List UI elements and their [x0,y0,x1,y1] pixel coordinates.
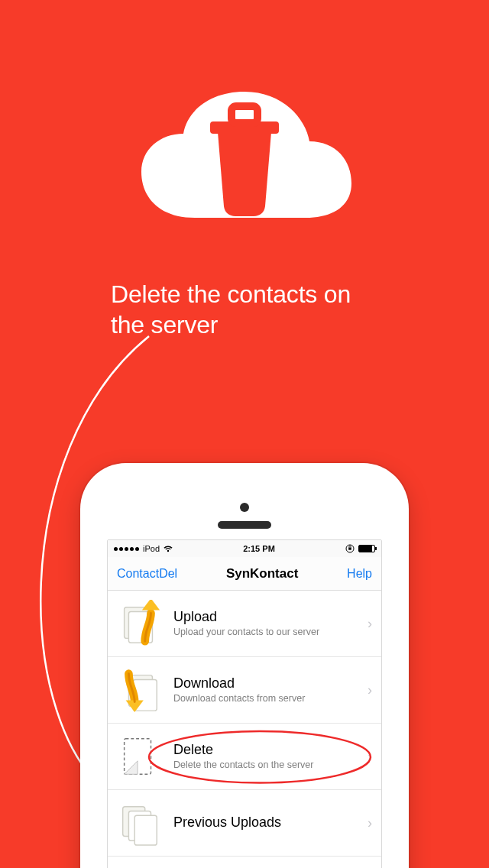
row-title: Delete [173,742,351,758]
nav-help-button[interactable]: Help [347,567,372,581]
row-title: Upload [173,609,351,625]
phone-screen: iPod 2:15 PM ContactDel SynKontact Help [107,539,382,868]
download-icon [115,666,163,714]
carrier-label: iPod [143,544,160,553]
chevron-right-icon: › [368,815,372,831]
nav-title: SynKontact [226,566,298,581]
hero-cloud-trash-icon [134,88,355,241]
phone-camera-icon [240,503,249,512]
signal-icon [114,547,139,551]
nav-back-button[interactable]: ContactDel [117,567,177,581]
svg-rect-3 [348,548,351,550]
status-bar: iPod 2:15 PM [108,540,381,557]
chevron-right-icon: › [368,616,372,632]
row-title: Previous Uploads [173,815,351,831]
menu-list: Upload Upload your contacts to our serve… [108,591,381,857]
row-subtitle: Download contacts from server [173,693,351,705]
phone-top [80,463,409,539]
svg-marker-6 [142,600,160,611]
battery-icon [358,545,375,552]
row-subtitle: Upload your contacts to our server [173,627,351,639]
orientation-lock-icon [345,544,355,553]
svg-rect-14 [134,815,157,845]
status-time: 2:15 PM [243,544,275,553]
history-icon [115,799,163,847]
row-title: Download [173,675,351,691]
wifi-icon [164,545,173,552]
phone-speaker-icon [218,521,271,529]
row-upload[interactable]: Upload Upload your contacts to our serve… [108,591,381,657]
phone-frame: iPod 2:15 PM ContactDel SynKontact Help [80,463,409,868]
delete-icon [115,733,163,780]
chevron-right-icon: › [368,749,372,765]
row-previous-uploads[interactable]: Previous Uploads › [108,790,381,857]
hero-caption: Delete the contacts on the server [111,279,378,340]
chevron-right-icon: › [368,682,372,698]
nav-bar: ContactDel SynKontact Help [108,557,381,591]
row-delete[interactable]: Delete Delete the contacts on the server… [108,724,381,790]
upload-icon [115,600,163,647]
row-subtitle: Delete the contacts on the server [173,760,351,772]
row-download[interactable]: Download Download contacts from server › [108,657,381,724]
